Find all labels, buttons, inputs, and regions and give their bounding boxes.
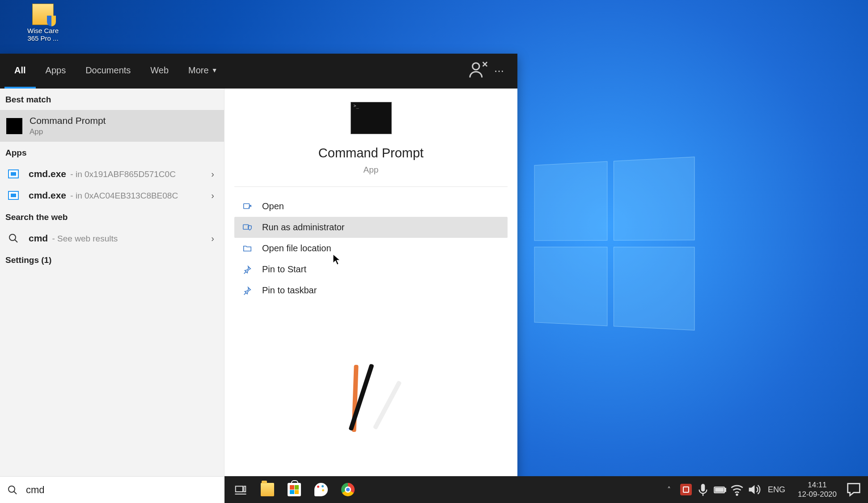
- wise-care-icon: [32, 4, 54, 25]
- action-pin-to-start[interactable]: Pin to Start: [234, 259, 508, 280]
- svg-line-6: [14, 491, 17, 494]
- preview-command-prompt-icon: [351, 102, 392, 134]
- filter-tab-all[interactable]: All: [4, 54, 36, 89]
- section-best-match: Best match: [0, 89, 224, 110]
- tray-notifications-icon[interactable]: [845, 481, 863, 499]
- tray-time: 14:11: [798, 480, 837, 490]
- tray-overflow-chevron-icon[interactable]: ˄: [661, 478, 677, 501]
- svg-rect-10: [701, 484, 705, 491]
- search-results-list: Best match Command Prompt App Apps cmd.e…: [0, 89, 224, 481]
- tray-language[interactable]: ENG: [763, 485, 790, 495]
- search-preview-pane: Command Prompt App Open Run as administr…: [224, 89, 517, 481]
- action-label: Open file location: [262, 243, 331, 254]
- action-label: Run as administrator: [262, 222, 345, 232]
- desktop-windows-logo: [534, 156, 700, 335]
- action-pin-to-taskbar[interactable]: Pin to taskbar: [234, 280, 508, 301]
- folder-icon: [261, 483, 274, 496]
- start-search-input-bar[interactable]: [0, 476, 224, 503]
- paint-icon: [314, 483, 328, 496]
- chevron-down-icon: ▼: [212, 67, 218, 74]
- desktop-shortcut-wise-care[interactable]: Wise Care 365 Pro ...: [25, 4, 61, 42]
- svg-rect-8: [244, 486, 246, 492]
- open-icon: [241, 202, 253, 211]
- desktop-shortcut-label: Wise Care 365 Pro ...: [25, 27, 61, 42]
- taskbar-paint[interactable]: [308, 478, 334, 501]
- search-filter-header: All Apps Documents Web More▼ ⋯: [0, 54, 517, 89]
- svg-point-1: [9, 234, 16, 241]
- result-subtitle: App: [30, 127, 218, 136]
- svg-point-15: [737, 494, 738, 495]
- folder-icon: [241, 244, 253, 254]
- svg-rect-7: [236, 486, 243, 492]
- action-label: Open: [262, 201, 284, 211]
- svg-point-0: [473, 63, 479, 70]
- filter-tab-more[interactable]: More▼: [178, 54, 227, 89]
- store-icon: [288, 483, 301, 496]
- chevron-right-icon[interactable]: ›: [207, 190, 218, 201]
- section-apps: Apps: [0, 142, 224, 163]
- filter-tab-apps[interactable]: Apps: [36, 54, 76, 89]
- preview-subtitle: App: [243, 165, 499, 175]
- tray-battery-icon[interactable]: [712, 478, 728, 501]
- section-settings[interactable]: Settings (1): [0, 249, 224, 271]
- result-web-cmd[interactable]: cmd - See web results ›: [0, 228, 224, 249]
- tray-volume-icon[interactable]: [746, 478, 762, 501]
- taskbar-task-view[interactable]: [227, 478, 254, 501]
- result-app-cmd-1[interactable]: cmd.exe - in 0x191ABF865D571C0C ›: [0, 163, 224, 185]
- chevron-right-icon[interactable]: ›: [207, 169, 218, 179]
- svg-rect-3: [244, 203, 250, 208]
- svg-rect-4: [243, 224, 249, 229]
- search-input[interactable]: [26, 484, 217, 496]
- chevron-right-icon[interactable]: ›: [207, 233, 218, 244]
- section-search-web: Search the web: [0, 206, 224, 228]
- taskbar-file-explorer[interactable]: [254, 478, 281, 501]
- chrome-icon: [341, 483, 355, 496]
- filter-tab-documents[interactable]: Documents: [76, 54, 140, 89]
- taskbar-chrome[interactable]: [334, 478, 361, 501]
- action-label: Pin to taskbar: [262, 285, 317, 296]
- exe-icon: [8, 169, 19, 178]
- preview-title: Command Prompt: [243, 146, 499, 161]
- result-app-cmd-2[interactable]: cmd.exe - in 0xAC04EB313C8BE08C ›: [0, 185, 224, 206]
- ellipsis-icon[interactable]: ⋯: [489, 65, 509, 77]
- action-open[interactable]: Open: [234, 196, 508, 217]
- exe-icon: [8, 191, 19, 200]
- tray-recorder-icon[interactable]: [678, 478, 694, 501]
- svg-line-2: [15, 240, 17, 242]
- tray-microphone-icon[interactable]: [695, 478, 711, 501]
- admin-shield-icon: [241, 223, 253, 232]
- start-search-panel: All Apps Documents Web More▼ ⋯ Best matc…: [0, 54, 517, 481]
- pin-icon: [241, 286, 253, 296]
- filter-tab-web[interactable]: Web: [140, 54, 178, 89]
- taskbar: ˄ ENG 14:11 12-09-2020: [224, 476, 868, 503]
- tray-wifi-icon[interactable]: [729, 478, 745, 501]
- result-best-match-command-prompt[interactable]: Command Prompt App: [0, 110, 224, 142]
- action-run-as-administrator[interactable]: Run as administrator: [234, 217, 508, 238]
- feedback-icon[interactable]: [468, 59, 489, 83]
- tray-date: 12-09-2020: [798, 490, 837, 499]
- result-title: Command Prompt: [30, 115, 218, 126]
- tray-clock[interactable]: 14:11 12-09-2020: [792, 480, 843, 499]
- taskbar-microsoft-store[interactable]: [281, 478, 308, 501]
- pin-icon: [241, 265, 253, 275]
- watermark-logo: [353, 363, 390, 432]
- svg-point-5: [8, 486, 15, 492]
- action-label: Pin to Start: [262, 264, 306, 275]
- action-open-file-location[interactable]: Open file location: [234, 238, 508, 259]
- svg-rect-13: [724, 488, 726, 491]
- command-prompt-icon: [6, 118, 22, 134]
- search-icon: [7, 485, 18, 495]
- svg-rect-14: [716, 488, 723, 491]
- system-tray: ˄ ENG 14:11 12-09-2020: [661, 478, 865, 501]
- search-icon: [8, 233, 19, 244]
